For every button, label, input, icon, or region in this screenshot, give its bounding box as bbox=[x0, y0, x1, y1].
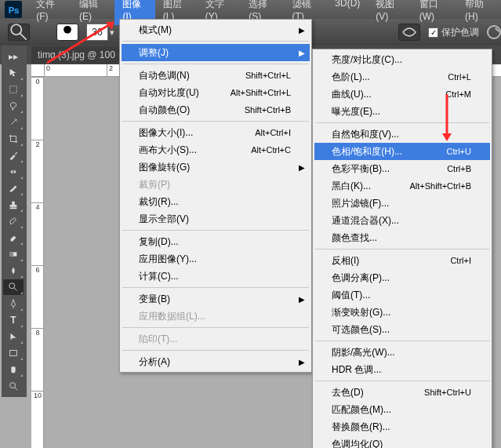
document-tab[interactable]: timg (3).jpg @ 100 bbox=[31, 46, 122, 64]
menu-separator bbox=[122, 287, 309, 288]
menu-item[interactable]: 色调均化(Q) bbox=[314, 435, 490, 448]
menu-item[interactable]: 颜色查找... bbox=[314, 229, 490, 246]
blur-tool[interactable] bbox=[3, 263, 24, 279]
menu-item[interactable]: 可选颜色(S)... bbox=[314, 321, 490, 338]
svg-line-16 bbox=[14, 288, 17, 291]
submenu-arrow-icon: ▶ bbox=[299, 26, 305, 35]
menu-item[interactable]: 3D(D) bbox=[327, 0, 368, 25]
menu-item[interactable]: 显示全部(V) bbox=[122, 210, 310, 228]
menu-item[interactable]: 画布大小(S)...Alt+Ctrl+C bbox=[122, 141, 310, 158]
menu-item[interactable]: 自动色调(N)Shift+Ctrl+L bbox=[122, 67, 310, 84]
move-tool[interactable] bbox=[3, 65, 24, 81]
menu-item[interactable]: 曝光度(E)... bbox=[314, 103, 490, 120]
type-tool[interactable]: T bbox=[3, 312, 24, 328]
menu-item[interactable]: 自动对比度(U)Alt+Shift+Ctrl+L bbox=[122, 84, 310, 101]
history-brush-tool[interactable] bbox=[3, 213, 24, 229]
menu-item[interactable]: 窗口(W) bbox=[412, 0, 457, 25]
menu-item[interactable]: 色调分离(P)... bbox=[314, 269, 490, 286]
menu-item[interactable]: 分析(A)▶ bbox=[122, 353, 310, 370]
menu-item[interactable]: 文件(F) bbox=[28, 0, 71, 25]
menu-item[interactable]: 通道混合器(X)... bbox=[314, 212, 490, 229]
marquee-tool[interactable] bbox=[3, 82, 24, 97]
menu-separator bbox=[122, 121, 309, 122]
submenu-arrow-icon: ▶ bbox=[299, 295, 305, 304]
svg-line-19 bbox=[15, 388, 18, 391]
menu-separator bbox=[315, 341, 489, 341]
image-menu: 模式(M)▶调整(J)▶自动色调(N)Shift+Ctrl+L自动对比度(U)A… bbox=[119, 19, 312, 373]
zoom-tool[interactable] bbox=[3, 378, 24, 394]
menu-item[interactable]: 替换颜色(R)... bbox=[314, 418, 490, 435]
lasso-tool[interactable] bbox=[3, 98, 24, 114]
menu-item[interactable]: 视图(V) bbox=[368, 0, 411, 25]
brush-tool[interactable] bbox=[3, 180, 24, 196]
menu-item[interactable]: 复制(D)... bbox=[122, 233, 310, 250]
menu-item[interactable]: 黑白(K)...Alt+Shift+Ctrl+B bbox=[314, 177, 490, 195]
menu-item[interactable]: 应用图像(Y)... bbox=[122, 250, 310, 268]
brush-size-dropdown-icon[interactable]: ▾ bbox=[110, 27, 114, 38]
hand-tool[interactable] bbox=[3, 362, 24, 377]
tools-panel: ▸▸ T bbox=[2, 46, 27, 397]
menu-item[interactable]: 亮度/对比度(C)... bbox=[314, 51, 490, 68]
menu-item[interactable]: 图像旋转(G)▶ bbox=[122, 158, 310, 176]
menu-item[interactable]: 调整(J)▶ bbox=[122, 44, 310, 61]
svg-point-2 bbox=[11, 24, 21, 35]
brush-preview[interactable] bbox=[56, 24, 78, 41]
svg-text:Ps: Ps bbox=[9, 5, 20, 15]
protect-tone-checkbox[interactable]: ✓ bbox=[428, 27, 438, 38]
menu-item[interactable]: 计算(C)... bbox=[122, 268, 310, 285]
menu-item[interactable]: 色阶(L)...Ctrl+L bbox=[314, 68, 490, 86]
shape-tool[interactable] bbox=[3, 345, 24, 361]
stamp-tool[interactable] bbox=[3, 197, 24, 213]
menu-item[interactable]: 图像大小(I)...Alt+Ctrl+I bbox=[122, 124, 310, 141]
submenu-arrow-icon: ▶ bbox=[299, 358, 305, 366]
menu-item[interactable]: 阈值(T)... bbox=[314, 286, 490, 304]
crop-tool[interactable] bbox=[3, 131, 24, 147]
menu-item[interactable]: 曲线(U)...Ctrl+M bbox=[314, 86, 490, 103]
menu-item[interactable]: 阴影/高光(W)... bbox=[314, 344, 490, 361]
menu-item[interactable]: 自然饱和度(V)... bbox=[314, 126, 490, 143]
menu-item[interactable]: HDR 色调... bbox=[314, 361, 490, 378]
menu-item[interactable]: 匹配颜色(M)... bbox=[314, 401, 490, 418]
menu-item[interactable]: 去色(D)Shift+Ctrl+U bbox=[314, 384, 490, 401]
menu-item[interactable]: 编辑(E) bbox=[71, 0, 114, 25]
menu-item[interactable]: 渐变映射(G)... bbox=[314, 304, 490, 321]
svg-point-18 bbox=[10, 383, 16, 388]
protect-tone-label: 保护色调 bbox=[441, 26, 479, 39]
menu-separator bbox=[122, 230, 309, 231]
menu-separator bbox=[122, 350, 309, 351]
menu-item[interactable]: 照片滤镜(F)... bbox=[314, 195, 490, 212]
magic-wand-tool[interactable] bbox=[3, 115, 24, 130]
healing-tool[interactable] bbox=[3, 164, 24, 180]
opt-dial-icon[interactable] bbox=[487, 25, 501, 39]
menu-separator bbox=[122, 327, 309, 328]
pen-tool[interactable] bbox=[3, 296, 24, 311]
submenu-arrow-icon: ▶ bbox=[299, 163, 305, 172]
menu-item[interactable]: 自动颜色(O)Shift+Ctrl+B bbox=[122, 101, 310, 118]
path-select-tool[interactable] bbox=[3, 329, 24, 344]
eraser-tool[interactable] bbox=[3, 230, 24, 246]
opt-icon-1[interactable] bbox=[398, 24, 420, 41]
current-tool-icon[interactable] bbox=[8, 24, 30, 41]
menu-item[interactable]: 变量(B)▶ bbox=[122, 290, 310, 308]
menu-separator bbox=[315, 249, 489, 249]
menu-item: 应用数据组(L)... bbox=[122, 308, 310, 325]
menu-item[interactable]: 色相/饱和度(H)...Ctrl+U bbox=[314, 143, 490, 160]
svg-rect-5 bbox=[10, 86, 17, 93]
tool-collapse-icon[interactable]: ▸▸ bbox=[3, 49, 24, 64]
dodge-tool[interactable] bbox=[3, 279, 24, 295]
gradient-tool[interactable] bbox=[3, 246, 24, 262]
menu-item[interactable]: 裁切(R)... bbox=[122, 193, 310, 210]
submenu-arrow-icon: ▶ bbox=[299, 49, 305, 57]
menu-item[interactable]: 模式(M)▶ bbox=[122, 21, 310, 38]
menu-item: 陷印(T)... bbox=[122, 330, 310, 348]
svg-line-3 bbox=[20, 34, 27, 40]
brush-size-input[interactable]: 36 bbox=[86, 24, 108, 41]
svg-point-15 bbox=[9, 283, 15, 289]
svg-point-7 bbox=[16, 119, 17, 121]
eyedropper-tool[interactable] bbox=[3, 148, 24, 163]
menu-item[interactable]: 反相(I)Ctrl+I bbox=[314, 252, 490, 269]
menu-separator bbox=[122, 64, 309, 64]
menu-item[interactable]: 帮助(H) bbox=[457, 0, 501, 25]
svg-rect-17 bbox=[10, 351, 17, 356]
menu-item[interactable]: 色彩平衡(B)...Ctrl+B bbox=[314, 160, 490, 177]
